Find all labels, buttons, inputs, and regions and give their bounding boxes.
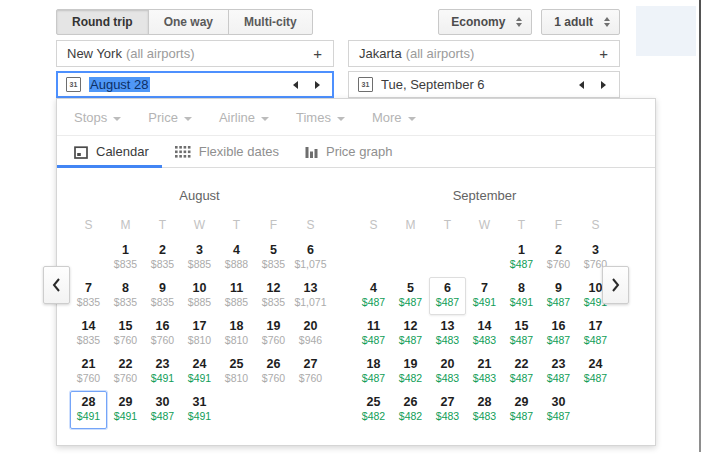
calendar-day-september-11[interactable]: 11$487 bbox=[355, 315, 392, 353]
calendar-day-september-6[interactable]: 6$487 bbox=[429, 277, 466, 315]
day-price: $835 bbox=[151, 296, 174, 309]
calendar-day-august-26[interactable]: 26$760 bbox=[255, 353, 292, 391]
day-price: $487 bbox=[584, 372, 607, 385]
calendar-day-september-2[interactable]: 2$760 bbox=[540, 239, 577, 277]
calendar-day-september-22[interactable]: 22$487 bbox=[503, 353, 540, 391]
calendar-day-august-30[interactable]: 30$487 bbox=[144, 391, 181, 429]
calendar-day-september-12[interactable]: 12$487 bbox=[392, 315, 429, 353]
calendar-day-september-28[interactable]: 28$483 bbox=[466, 391, 503, 429]
calendar-day-september-29[interactable]: 29$487 bbox=[503, 391, 540, 429]
origin-input[interactable]: New York (all airports) + bbox=[56, 40, 334, 67]
calendar-day-september-27[interactable]: 27$483 bbox=[429, 391, 466, 429]
calendar-day-august-9[interactable]: 9$835 bbox=[144, 277, 181, 315]
calendar-day-august-23[interactable]: 23$491 bbox=[144, 353, 181, 391]
calendar-day-august-15[interactable]: 15$760 bbox=[107, 315, 144, 353]
one-way-button[interactable]: One way bbox=[148, 9, 229, 35]
airline-filter[interactable]: Airline bbox=[219, 110, 269, 125]
calendar-day-august-29[interactable]: 29$491 bbox=[107, 391, 144, 429]
day-number: 6 bbox=[444, 281, 451, 295]
calendar-day-august-21[interactable]: 21$760 bbox=[70, 353, 107, 391]
calendar-day-august-4[interactable]: 4$888 bbox=[218, 239, 255, 277]
calendar-day-september-21[interactable]: 21$483 bbox=[466, 353, 503, 391]
round-trip-button[interactable]: Round trip bbox=[56, 9, 149, 35]
day-number: 17 bbox=[193, 319, 207, 333]
calendar-day-august-2[interactable]: 2$835 bbox=[144, 239, 181, 277]
calendar-day-september-26[interactable]: 26$482 bbox=[392, 391, 429, 429]
calendar-day-september-16[interactable]: 16$487 bbox=[540, 315, 577, 353]
calendar-day-september-8[interactable]: 8$491 bbox=[503, 277, 540, 315]
calendar-day-august-16[interactable]: 16$760 bbox=[144, 315, 181, 353]
calendar-day-september-24[interactable]: 24$487 bbox=[577, 353, 614, 391]
calendar-day-august-7[interactable]: 7$835 bbox=[70, 277, 107, 315]
calendar-day-september-19[interactable]: 19$482 bbox=[392, 353, 429, 391]
add-destination-airport-button[interactable]: + bbox=[598, 45, 609, 62]
calendar-day-august-11[interactable]: 11$885 bbox=[218, 277, 255, 315]
day-price: $835 bbox=[77, 296, 100, 309]
calendar-day-september-25[interactable]: 25$482 bbox=[355, 391, 392, 429]
calendar-day-empty bbox=[255, 391, 292, 429]
date-step-arrows bbox=[293, 81, 324, 89]
calendar-day-september-5[interactable]: 5$487 bbox=[392, 277, 429, 315]
times-filter[interactable]: Times bbox=[296, 110, 345, 125]
calendar-day-september-14[interactable]: 14$483 bbox=[466, 315, 503, 353]
calendar-day-august-25[interactable]: 25$810 bbox=[218, 353, 255, 391]
calendar-day-august-22[interactable]: 22$760 bbox=[107, 353, 144, 391]
stops-filter[interactable]: Stops bbox=[74, 110, 121, 125]
calendar-day-september-4[interactable]: 4$487 bbox=[355, 277, 392, 315]
day-number: 23 bbox=[156, 357, 170, 371]
calendar-day-september-30[interactable]: 30$487 bbox=[540, 391, 577, 429]
day-number: 25 bbox=[230, 357, 244, 371]
add-origin-airport-button[interactable]: + bbox=[312, 45, 323, 62]
calendar-day-august-18[interactable]: 18$810 bbox=[218, 315, 255, 353]
calendar-day-august-8[interactable]: 8$835 bbox=[107, 277, 144, 315]
previous-day-arrow[interactable] bbox=[579, 81, 584, 89]
calendar-day-august-27[interactable]: 27$760 bbox=[292, 353, 329, 391]
calendar-day-august-12[interactable]: 12$835 bbox=[255, 277, 292, 315]
calendar-prev-button[interactable] bbox=[43, 266, 70, 304]
calendar-day-august-3[interactable]: 3$885 bbox=[181, 239, 218, 277]
calendar-day-september-20[interactable]: 20$483 bbox=[429, 353, 466, 391]
day-price: $487 bbox=[547, 334, 570, 347]
return-date-input[interactable]: 31 Tue, September 6 bbox=[348, 71, 620, 98]
calendar-next-button[interactable] bbox=[602, 266, 629, 304]
price-filter[interactable]: Price bbox=[148, 110, 192, 125]
window-edge-artifact bbox=[699, 0, 701, 452]
day-number: 9 bbox=[555, 281, 562, 295]
tab-calendar[interactable]: Calendar bbox=[57, 136, 162, 167]
calendar-day-august-31[interactable]: 31$491 bbox=[181, 391, 218, 429]
calendar-day-august-1[interactable]: 1$835 bbox=[107, 239, 144, 277]
tab-flexible-dates[interactable]: Flexible dates bbox=[162, 136, 292, 167]
day-number: 31 bbox=[193, 395, 207, 409]
calendar-day-september-13[interactable]: 13$483 bbox=[429, 315, 466, 353]
calendar-day-august-24[interactable]: 24$491 bbox=[181, 353, 218, 391]
day-price: $487 bbox=[547, 296, 570, 309]
multi-city-button[interactable]: Multi-city bbox=[228, 9, 313, 35]
tab-price-graph[interactable]: Price graph bbox=[292, 136, 405, 167]
calendar-day-september-7[interactable]: 7$491 bbox=[466, 277, 503, 315]
calendar-day-august-28[interactable]: 28$491 bbox=[70, 391, 107, 429]
day-number: 19 bbox=[267, 319, 281, 333]
calendar-day-august-6[interactable]: 6$1,075 bbox=[292, 239, 329, 277]
calendar-day-september-15[interactable]: 15$487 bbox=[503, 315, 540, 353]
calendar-day-august-5[interactable]: 5$835 bbox=[255, 239, 292, 277]
calendar-day-august-10[interactable]: 10$885 bbox=[181, 277, 218, 315]
calendar-day-august-17[interactable]: 17$810 bbox=[181, 315, 218, 353]
passenger-select[interactable]: 1 adult bbox=[541, 9, 620, 35]
cabin-class-select[interactable]: Economy bbox=[438, 9, 532, 35]
calendar-day-august-20[interactable]: 20$946 bbox=[292, 315, 329, 353]
calendar-day-september-17[interactable]: 17$487 bbox=[577, 315, 614, 353]
weekday-header: W bbox=[466, 218, 503, 232]
calendar-day-september-18[interactable]: 18$487 bbox=[355, 353, 392, 391]
previous-day-arrow[interactable] bbox=[293, 81, 298, 89]
next-day-arrow[interactable] bbox=[315, 81, 320, 89]
calendar-day-september-1[interactable]: 1$487 bbox=[503, 239, 540, 277]
calendar-day-august-13[interactable]: 13$1,071 bbox=[292, 277, 329, 315]
departure-date-input[interactable]: 31 August 28 bbox=[56, 71, 334, 98]
calendar-day-september-23[interactable]: 23$487 bbox=[540, 353, 577, 391]
calendar-day-august-14[interactable]: 14$835 bbox=[70, 315, 107, 353]
more-filter[interactable]: More bbox=[372, 110, 416, 125]
calendar-day-august-19[interactable]: 19$760 bbox=[255, 315, 292, 353]
next-day-arrow[interactable] bbox=[601, 81, 606, 89]
destination-input[interactable]: Jakarta (all airports) + bbox=[348, 40, 620, 67]
calendar-day-september-9[interactable]: 9$487 bbox=[540, 277, 577, 315]
